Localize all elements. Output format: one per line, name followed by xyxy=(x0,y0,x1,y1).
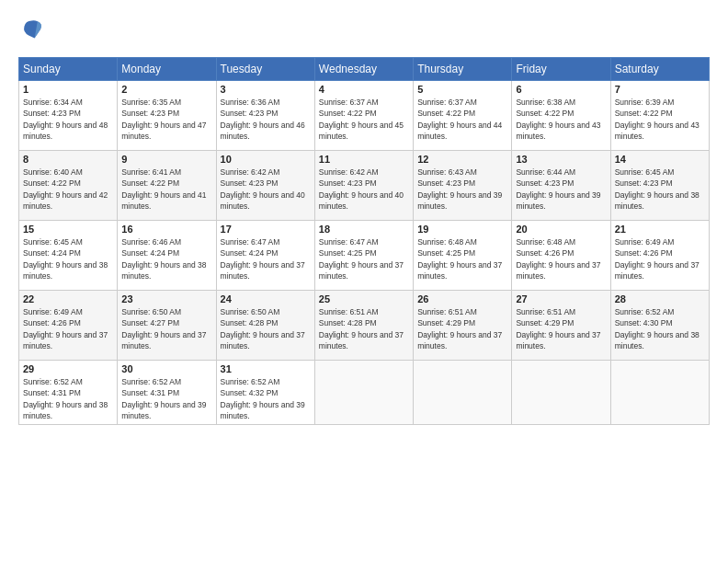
calendar-cell: 6 Sunrise: 6:38 AM Sunset: 4:22 PM Dayli… xyxy=(512,81,610,151)
day-info: Sunrise: 6:49 AM Sunset: 4:26 PM Dayligh… xyxy=(23,306,113,351)
day-number: 27 xyxy=(516,293,606,304)
calendar-cell: 11 Sunrise: 6:42 AM Sunset: 4:23 PM Dayl… xyxy=(314,151,413,221)
calendar-week-row: 15 Sunrise: 6:45 AM Sunset: 4:24 PM Dayl… xyxy=(19,221,710,291)
day-number: 19 xyxy=(417,224,507,235)
calendar-cell: 14 Sunrise: 6:45 AM Sunset: 4:23 PM Dayl… xyxy=(610,151,709,221)
day-number: 7 xyxy=(615,84,705,95)
day-number: 28 xyxy=(615,293,705,304)
day-info: Sunrise: 6:42 AM Sunset: 4:23 PM Dayligh… xyxy=(319,167,409,212)
calendar-cell: 31 Sunrise: 6:52 AM Sunset: 4:32 PM Dayl… xyxy=(216,361,314,425)
page-container: SundayMondayTuesdayWednesdayThursdayFrid… xyxy=(0,0,728,434)
calendar-cell xyxy=(512,361,610,425)
day-info: Sunrise: 6:37 AM Sunset: 4:22 PM Dayligh… xyxy=(417,97,507,142)
calendar-table: SundayMondayTuesdayWednesdayThursdayFrid… xyxy=(18,57,710,425)
calendar-cell: 10 Sunrise: 6:42 AM Sunset: 4:23 PM Dayl… xyxy=(216,151,314,221)
day-info: Sunrise: 6:50 AM Sunset: 4:28 PM Dayligh… xyxy=(221,306,311,351)
calendar-cell: 15 Sunrise: 6:45 AM Sunset: 4:24 PM Dayl… xyxy=(19,221,118,291)
day-number: 31 xyxy=(221,363,311,374)
day-number: 16 xyxy=(121,224,211,235)
weekday-header: Wednesday xyxy=(314,58,413,81)
day-info: Sunrise: 6:52 AM Sunset: 4:32 PM Dayligh… xyxy=(221,376,311,421)
calendar-cell xyxy=(314,361,413,425)
day-info: Sunrise: 6:52 AM Sunset: 4:31 PM Dayligh… xyxy=(23,376,113,421)
day-info: Sunrise: 6:41 AM Sunset: 4:22 PM Dayligh… xyxy=(121,167,211,212)
day-info: Sunrise: 6:50 AM Sunset: 4:27 PM Dayligh… xyxy=(121,306,211,351)
day-info: Sunrise: 6:35 AM Sunset: 4:23 PM Dayligh… xyxy=(121,97,211,142)
day-info: Sunrise: 6:45 AM Sunset: 4:24 PM Dayligh… xyxy=(23,236,113,282)
day-info: Sunrise: 6:51 AM Sunset: 4:29 PM Dayligh… xyxy=(417,306,507,351)
day-number: 15 xyxy=(23,224,113,235)
weekday-header: Thursday xyxy=(414,58,512,81)
calendar-cell: 4 Sunrise: 6:37 AM Sunset: 4:22 PM Dayli… xyxy=(314,81,413,151)
day-number: 13 xyxy=(516,154,606,165)
day-info: Sunrise: 6:43 AM Sunset: 4:23 PM Dayligh… xyxy=(417,167,507,212)
calendar-cell xyxy=(414,361,512,425)
calendar-cell: 17 Sunrise: 6:47 AM Sunset: 4:24 PM Dayl… xyxy=(216,221,314,291)
day-number: 5 xyxy=(417,84,507,95)
day-info: Sunrise: 6:39 AM Sunset: 4:22 PM Dayligh… xyxy=(615,97,705,142)
day-info: Sunrise: 6:42 AM Sunset: 4:23 PM Dayligh… xyxy=(221,167,311,212)
day-info: Sunrise: 6:34 AM Sunset: 4:23 PM Dayligh… xyxy=(23,97,113,142)
day-number: 4 xyxy=(319,84,409,95)
calendar-cell: 12 Sunrise: 6:43 AM Sunset: 4:23 PM Dayl… xyxy=(414,151,512,221)
calendar-cell: 21 Sunrise: 6:49 AM Sunset: 4:26 PM Dayl… xyxy=(610,221,709,291)
calendar-cell: 2 Sunrise: 6:35 AM Sunset: 4:23 PM Dayli… xyxy=(118,81,216,151)
calendar-cell: 26 Sunrise: 6:51 AM Sunset: 4:29 PM Dayl… xyxy=(414,291,512,361)
calendar-cell: 22 Sunrise: 6:49 AM Sunset: 4:26 PM Dayl… xyxy=(19,291,118,361)
day-number: 14 xyxy=(615,154,705,165)
day-info: Sunrise: 6:40 AM Sunset: 4:22 PM Dayligh… xyxy=(23,167,113,212)
day-info: Sunrise: 6:52 AM Sunset: 4:30 PM Dayligh… xyxy=(615,306,705,351)
weekday-header: Tuesday xyxy=(216,58,314,81)
day-info: Sunrise: 6:48 AM Sunset: 4:25 PM Dayligh… xyxy=(417,236,507,282)
calendar-cell: 20 Sunrise: 6:48 AM Sunset: 4:26 PM Dayl… xyxy=(512,221,610,291)
calendar-cell: 28 Sunrise: 6:52 AM Sunset: 4:30 PM Dayl… xyxy=(610,291,709,361)
calendar-cell: 1 Sunrise: 6:34 AM Sunset: 4:23 PM Dayli… xyxy=(19,81,118,151)
day-number: 12 xyxy=(417,154,507,165)
day-number: 6 xyxy=(516,84,606,95)
calendar-cell: 18 Sunrise: 6:47 AM Sunset: 4:25 PM Dayl… xyxy=(314,221,413,291)
day-number: 26 xyxy=(417,293,507,304)
day-number: 3 xyxy=(221,84,311,95)
day-number: 20 xyxy=(516,224,606,235)
day-info: Sunrise: 6:36 AM Sunset: 4:23 PM Dayligh… xyxy=(221,97,311,142)
day-info: Sunrise: 6:44 AM Sunset: 4:23 PM Dayligh… xyxy=(516,167,606,212)
calendar-week-row: 1 Sunrise: 6:34 AM Sunset: 4:23 PM Dayli… xyxy=(19,81,710,151)
calendar-cell: 9 Sunrise: 6:41 AM Sunset: 4:22 PM Dayli… xyxy=(118,151,216,221)
weekday-header: Saturday xyxy=(610,58,709,81)
weekday-header-row: SundayMondayTuesdayWednesdayThursdayFrid… xyxy=(19,58,710,81)
day-info: Sunrise: 6:38 AM Sunset: 4:22 PM Dayligh… xyxy=(516,97,606,142)
calendar-cell: 5 Sunrise: 6:37 AM Sunset: 4:22 PM Dayli… xyxy=(414,81,512,151)
day-number: 8 xyxy=(23,154,113,165)
logo xyxy=(18,15,51,44)
day-info: Sunrise: 6:47 AM Sunset: 4:24 PM Dayligh… xyxy=(221,236,311,282)
page-header xyxy=(18,15,710,44)
calendar-cell: 23 Sunrise: 6:50 AM Sunset: 4:27 PM Dayl… xyxy=(118,291,216,361)
day-number: 9 xyxy=(121,154,211,165)
day-number: 18 xyxy=(319,224,409,235)
calendar-cell: 19 Sunrise: 6:48 AM Sunset: 4:25 PM Dayl… xyxy=(414,221,512,291)
calendar-cell: 24 Sunrise: 6:50 AM Sunset: 4:28 PM Dayl… xyxy=(216,291,314,361)
day-number: 22 xyxy=(23,293,113,304)
calendar-cell: 3 Sunrise: 6:36 AM Sunset: 4:23 PM Dayli… xyxy=(216,81,314,151)
day-info: Sunrise: 6:49 AM Sunset: 4:26 PM Dayligh… xyxy=(615,236,705,282)
day-number: 2 xyxy=(121,84,211,95)
logo-icon xyxy=(18,15,48,44)
calendar-week-row: 8 Sunrise: 6:40 AM Sunset: 4:22 PM Dayli… xyxy=(19,151,710,221)
day-info: Sunrise: 6:45 AM Sunset: 4:23 PM Dayligh… xyxy=(615,167,705,212)
day-number: 25 xyxy=(319,293,409,304)
day-number: 10 xyxy=(221,154,311,165)
calendar-cell: 25 Sunrise: 6:51 AM Sunset: 4:28 PM Dayl… xyxy=(314,291,413,361)
weekday-header: Sunday xyxy=(19,58,118,81)
day-info: Sunrise: 6:46 AM Sunset: 4:24 PM Dayligh… xyxy=(121,236,211,282)
day-number: 17 xyxy=(221,224,311,235)
day-number: 29 xyxy=(23,363,113,374)
day-info: Sunrise: 6:47 AM Sunset: 4:25 PM Dayligh… xyxy=(319,236,409,282)
calendar-week-row: 22 Sunrise: 6:49 AM Sunset: 4:26 PM Dayl… xyxy=(19,291,710,361)
day-number: 1 xyxy=(23,84,113,95)
day-info: Sunrise: 6:51 AM Sunset: 4:29 PM Dayligh… xyxy=(516,306,606,351)
day-number: 30 xyxy=(121,363,211,374)
weekday-header: Friday xyxy=(512,58,610,81)
day-number: 21 xyxy=(615,224,705,235)
calendar-cell xyxy=(610,361,709,425)
calendar-cell: 8 Sunrise: 6:40 AM Sunset: 4:22 PM Dayli… xyxy=(19,151,118,221)
